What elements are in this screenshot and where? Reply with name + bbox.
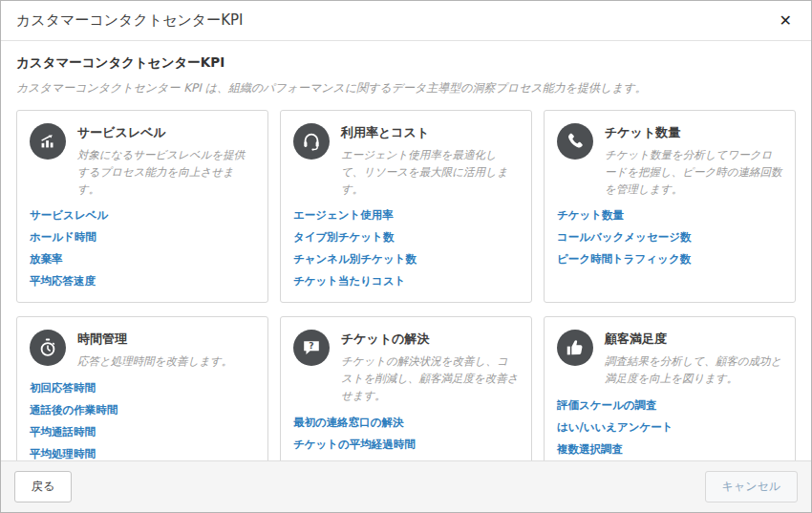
close-icon[interactable]: ✕ (776, 10, 796, 32)
kpi-link[interactable]: はい/いいえアンケート (557, 420, 673, 435)
card-description: チケットの解決状況を改善し、コストを削減し、顧客満足度を改善させます。 (341, 353, 519, 404)
back-button[interactable]: 戻る (14, 471, 72, 502)
card-links: 初回応答時間通話後の作業時間平均通話時間平均処理時間 (30, 381, 255, 460)
card-customer-satisfaction: 顧客満足度 調査結果を分析して、顧客の成功と満足度を向上を図ります。 評価スケー… (544, 316, 796, 460)
stopwatch-icon (30, 330, 66, 366)
svg-text:?: ? (309, 341, 313, 352)
thumbs-up-icon (557, 330, 593, 366)
card-ticket-resolution: ? チケットの解決 チケットの解決状況を改善し、コストを削減し、顧客満足度を改善… (280, 316, 532, 460)
kpi-link[interactable]: 平均通話時間 (30, 425, 96, 439)
card-utilization-cost: 利用率とコスト エージェント使用率を最適化して、リソースを最大限に活用します。 … (280, 110, 532, 303)
card-header: 時間管理 応答と処理時間を改善します。 (30, 330, 255, 371)
card-title: チケットの解決 (341, 331, 519, 348)
kpi-link[interactable]: ピーク時間トラフィック数 (557, 252, 691, 267)
card-header: ? チケットの解決 チケットの解決状況を改善し、コストを削減し、顧客満足度を改善… (293, 330, 519, 404)
card-title: 時間管理 (77, 331, 232, 348)
kpi-link[interactable]: チケット当たりコスト (293, 274, 405, 289)
dialog-title: カスタマーコンタクトセンターKPI (16, 11, 244, 30)
card-time-management: 時間管理 応答と処理時間を改善します。 初回応答時間通話後の作業時間平均通話時間… (16, 316, 268, 460)
chat-question-icon: ? (293, 330, 330, 366)
cancel-button[interactable]: キャンセル (705, 471, 798, 502)
kpi-dialog: カスタマーコンタクトセンターKPI ✕ カスタマーコンタクトセンターKPI カス… (0, 0, 812, 513)
dialog-footer: 戻る キャンセル (1, 460, 811, 512)
card-description: 調査結果を分析して、顧客の成功と満足度を向上を図ります。 (605, 353, 782, 388)
card-title: 利用率とコスト (341, 124, 519, 141)
card-title: 顧客満足度 (605, 331, 782, 348)
kpi-link[interactable]: サービスレベル (30, 208, 108, 223)
kpi-link[interactable]: エージェント使用率 (293, 208, 394, 223)
kpi-link[interactable]: チャンネル別チケット数 (293, 252, 417, 267)
card-links: チケット数量コールバックメッセージ数ピーク時間トラフィック数 (557, 208, 782, 267)
card-ticket-volume: チケット数量 チケット数量を分析してワークロードを把握し、ピーク時の連絡回数を管… (544, 110, 796, 303)
kpi-link[interactable]: 放棄率 (30, 252, 63, 267)
section-description: カスタマーコンタクトセンター KPI は、組織のパフォーマンスに関するデータ主導… (16, 80, 796, 96)
card-header: チケット数量 チケット数量を分析してワークロードを把握し、ピーク時の連絡回数を管… (557, 123, 782, 198)
kpi-link[interactable]: 初回応答時間 (30, 381, 96, 395)
card-header: サービスレベル 対象になるサービスレベルを提供するプロセス能力を向上させます。 (30, 123, 255, 198)
kpi-link[interactable]: 複数選択調査 (557, 442, 623, 457)
headset-icon (293, 123, 330, 160)
card-service-level: サービスレベル 対象になるサービスレベルを提供するプロセス能力を向上させます。 … (16, 110, 268, 303)
kpi-link[interactable]: 平均処理時間 (30, 447, 96, 460)
card-header: 顧客満足度 調査結果を分析して、顧客の成功と満足度を向上を図ります。 (557, 330, 782, 388)
card-header: 利用率とコスト エージェント使用率を最適化して、リソースを最大限に活用します。 (293, 123, 519, 198)
kpi-link[interactable]: チケットの平均経過時間 (293, 438, 416, 452)
dialog-body: カスタマーコンタクトセンターKPI カスタマーコンタクトセンター KPI は、組… (1, 41, 811, 460)
kpi-link[interactable]: 平均応答速度 (30, 274, 96, 289)
kpi-link[interactable]: コールバックメッセージ数 (557, 230, 691, 245)
kpi-link[interactable]: 通話後の作業時間 (30, 403, 118, 417)
kpi-link[interactable]: タイプ別チケット数 (293, 230, 394, 245)
section-heading: カスタマーコンタクトセンターKPI (16, 54, 796, 72)
card-title: サービスレベル (77, 124, 255, 141)
phone-icon (557, 123, 593, 160)
card-links: 評価スケールの調査はい/いいえアンケート複数選択調査 (557, 398, 782, 457)
card-links: エージェント使用率タイプ別チケット数チャンネル別チケット数チケット当たりコスト (293, 208, 519, 289)
card-links: サービスレベルホールド時間放棄率平均応答速度 (30, 208, 255, 289)
card-description: 応答と処理時間を改善します。 (77, 353, 232, 371)
kpi-link[interactable]: 最初の連絡窓口の解決 (293, 416, 404, 430)
card-title: チケット数量 (605, 124, 782, 141)
kpi-card-grid: サービスレベル 対象になるサービスレベルを提供するプロセス能力を向上させます。 … (16, 110, 796, 460)
kpi-link[interactable]: ホールド時間 (30, 230, 96, 245)
card-description: チケット数量を分析してワークロードを把握し、ピーク時の連絡回数を管理します。 (605, 147, 782, 198)
card-description: エージェント使用率を最適化して、リソースを最大限に活用します。 (341, 147, 519, 198)
kpi-link[interactable]: 評価スケールの調査 (557, 398, 657, 413)
card-description: 対象になるサービスレベルを提供するプロセス能力を向上させます。 (77, 147, 255, 198)
kpi-link[interactable]: チケット数量 (557, 208, 624, 223)
bar-chart-icon (30, 123, 66, 160)
card-links: 最初の連絡窓口の解決チケットの平均経過時間 (293, 416, 519, 452)
dialog-header: カスタマーコンタクトセンターKPI ✕ (1, 1, 811, 41)
